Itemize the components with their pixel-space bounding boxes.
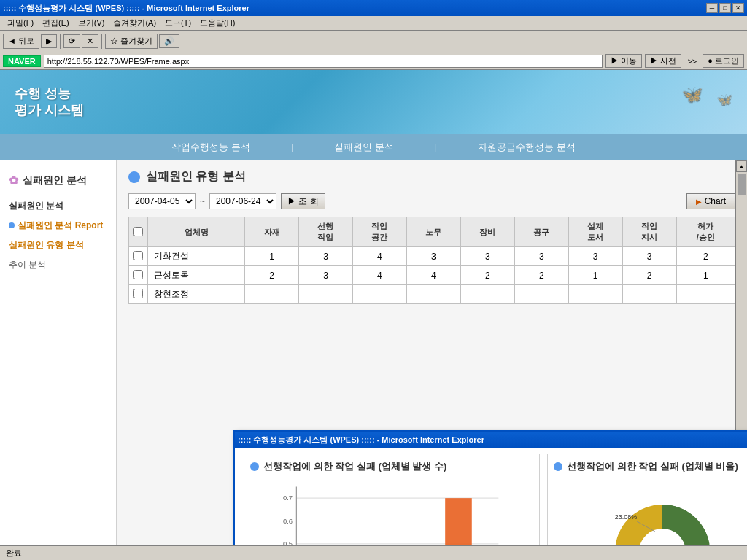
row2-material: 2 bbox=[245, 266, 299, 285]
scroll-up-btn[interactable]: ▲ bbox=[736, 160, 747, 172]
close-button[interactable]: ✕ bbox=[732, 3, 744, 13]
menu-view[interactable]: 보기(V) bbox=[74, 16, 109, 30]
row1-instruction: 3 bbox=[622, 247, 676, 266]
search-arrow-icon: ▶ bbox=[287, 196, 296, 206]
svg-rect-15 bbox=[445, 498, 472, 545]
row1-material: 1 bbox=[245, 247, 299, 266]
butterfly-decoration: 🦋 bbox=[681, 85, 703, 105]
main-window: 수행 성능 평가 시스템 🦋 🦋 작업수행성능 분석 | 실패원인 분석 | 자… bbox=[0, 70, 747, 560]
toolbar-separator bbox=[60, 34, 61, 49]
row2-labor: 4 bbox=[406, 266, 460, 285]
row1-labor: 3 bbox=[406, 247, 460, 266]
minimize-button[interactable]: ─ bbox=[706, 3, 718, 13]
nav-failure-analysis[interactable]: 실패원인 분석 bbox=[322, 135, 406, 160]
toolbar: ◄ 뒤로 ▶ ⟳ ✕ ☆ 즐겨찾기 🔊 bbox=[0, 31, 747, 52]
scroll-thumb[interactable] bbox=[738, 174, 746, 195]
row3-checkbox[interactable] bbox=[129, 285, 148, 304]
row1-design: 3 bbox=[568, 247, 622, 266]
dict-button[interactable]: ▶ 사전 bbox=[645, 54, 681, 68]
status-text: 완료 bbox=[6, 548, 22, 559]
date-from-select[interactable]: 2007-04-05 bbox=[128, 193, 196, 209]
row1-checkbox[interactable] bbox=[129, 247, 148, 266]
go-button[interactable]: ▶ 이동 bbox=[605, 54, 642, 68]
sidebar-title: ✿ 실패원인 분석 bbox=[0, 168, 116, 193]
row2-checkbox[interactable] bbox=[129, 266, 148, 285]
donut-chart-title: 선행작업에 의한 작업 실패 (업체별 비율) bbox=[554, 460, 747, 473]
search-button[interactable]: ▶ 조 회 bbox=[281, 193, 325, 209]
zone-icon bbox=[711, 548, 725, 559]
table-row: 근성토목 2 3 4 4 2 2 1 2 1 bbox=[129, 266, 735, 285]
th-labor: 노무 bbox=[406, 217, 460, 247]
row2-instruction: 2 bbox=[622, 266, 676, 285]
th-equipment: 장비 bbox=[460, 217, 514, 247]
row1-equip: 3 bbox=[460, 247, 514, 266]
flower-icon: ✿ bbox=[9, 174, 18, 187]
maximize-button[interactable]: □ bbox=[719, 3, 731, 13]
select-all-checkbox[interactable] bbox=[133, 227, 143, 236]
menu-bar: 파일(F) 편집(E) 보기(V) 즐겨찾기(A) 도구(T) 도움말(H) bbox=[0, 16, 747, 31]
date-to-select[interactable]: 2007-06-24 bbox=[209, 193, 276, 209]
window-titlebar: ::::: 수행성능평가 시스템 (WPES) ::::: - Microsof… bbox=[0, 0, 747, 16]
menu-file[interactable]: 파일(F) bbox=[3, 16, 38, 30]
bar-chart-svg: 0.7 0.6 0.5 0.4 0.3 bbox=[250, 479, 533, 545]
row3-tool bbox=[514, 285, 568, 304]
row2-design: 1 bbox=[568, 266, 622, 285]
sidebar-item-trend[interactable]: 추이 분석 bbox=[0, 255, 116, 275]
table-row: 창현조정 bbox=[129, 285, 735, 304]
row2-approval: 1 bbox=[676, 266, 735, 285]
forward-button[interactable]: ▶ bbox=[41, 34, 57, 48]
menu-favorites[interactable]: 즐겨찾기(A) bbox=[109, 16, 160, 30]
status-icons bbox=[711, 548, 741, 559]
dot-icon bbox=[9, 222, 15, 228]
page-title-area: 실패원인 유형 분석 bbox=[128, 169, 735, 184]
row3-material bbox=[245, 285, 299, 304]
row1-workspace: 4 bbox=[352, 247, 406, 266]
donut-chart-section: 선행작업에 의한 작업 실패 (업체별 비율) bbox=[547, 454, 747, 545]
row1-company: 기화건설 bbox=[148, 247, 245, 266]
th-checkbox bbox=[129, 217, 148, 247]
status-bar: 완료 bbox=[0, 545, 747, 560]
svg-text:0.5: 0.5 bbox=[283, 540, 293, 545]
sidebar-item-type-analysis[interactable]: 실패원인 유형 분석 bbox=[0, 236, 116, 255]
window-controls: ─ □ ✕ bbox=[706, 3, 744, 13]
naver-logo: NAVER bbox=[3, 55, 41, 67]
nav-resource-analysis[interactable]: 자원공급수행성능 분석 bbox=[466, 135, 587, 160]
header-area: 수행 성능 평가 시스템 🦋 🦋 bbox=[0, 70, 747, 134]
row1-prior: 3 bbox=[299, 247, 353, 266]
th-work-instruction: 작업지시 bbox=[622, 217, 676, 247]
row3-design bbox=[568, 285, 622, 304]
refresh-button[interactable]: ⟳ bbox=[63, 34, 80, 48]
popup-titlebar: ::::: 수행성능평가 시스템 (WPES) ::::: - Microsof… bbox=[235, 432, 747, 448]
svg-text:0.6: 0.6 bbox=[283, 517, 293, 525]
media-button[interactable]: 🔊 bbox=[159, 34, 179, 48]
login-button[interactable]: ● 로그인 bbox=[703, 54, 744, 68]
row3-instruction bbox=[622, 285, 676, 304]
sidebar-item-failure[interactable]: 실패원인 분석 bbox=[0, 196, 116, 216]
th-prior-work: 선행작업 bbox=[299, 217, 353, 247]
expand-btn[interactable]: >> bbox=[687, 57, 697, 66]
filter-left: 2007-04-05 ~ 2007-06-24 ▶ 조 회 bbox=[128, 193, 325, 209]
th-design: 설계도서 bbox=[568, 217, 622, 247]
menu-help[interactable]: 도움말(H) bbox=[196, 16, 239, 30]
filter-bar: 2007-04-05 ~ 2007-06-24 ▶ 조 회 bbox=[128, 193, 735, 209]
row3-workspace bbox=[352, 285, 406, 304]
stop-button[interactable]: ✕ bbox=[82, 34, 98, 48]
chart-circle-icon-2 bbox=[554, 462, 562, 471]
th-approval: 허가/승인 bbox=[676, 217, 735, 247]
back-button[interactable]: ◄ 뒤로 bbox=[3, 34, 39, 49]
sidebar-item-report[interactable]: 실패원인 분석 Report bbox=[0, 216, 116, 236]
favorites-button[interactable]: ☆ 즐겨찾기 bbox=[105, 34, 158, 49]
th-material: 자재 bbox=[245, 217, 299, 247]
address-input[interactable] bbox=[44, 55, 603, 68]
menu-tools[interactable]: 도구(T) bbox=[160, 16, 196, 30]
row1-tool: 3 bbox=[514, 247, 568, 266]
popup-window: ::::: 수행성능평가 시스템 (WPES) ::::: - Microsof… bbox=[233, 430, 747, 545]
th-tool: 공구 bbox=[514, 217, 568, 247]
bar-chart-section: 선행작업에 의한 작업 실패 (업체별 발생 수) 0.7 0.6 0.5 bbox=[244, 454, 540, 545]
bar-chart-container: 0.7 0.6 0.5 0.4 0.3 bbox=[250, 479, 533, 545]
nav-work-analysis[interactable]: 작업수행성능 분석 bbox=[160, 135, 262, 160]
menu-edit[interactable]: 편집(E) bbox=[38, 16, 74, 30]
chart-button[interactable]: ▶ Chart bbox=[686, 193, 735, 209]
data-table: 업체명 자재 선행작업 작업공간 노무 장비 공구 설계도서 작업지시 허가/승… bbox=[128, 217, 735, 304]
popup-body: 선행작업에 의한 작업 실패 (업체별 발생 수) 0.7 0.6 0.5 bbox=[235, 448, 747, 545]
